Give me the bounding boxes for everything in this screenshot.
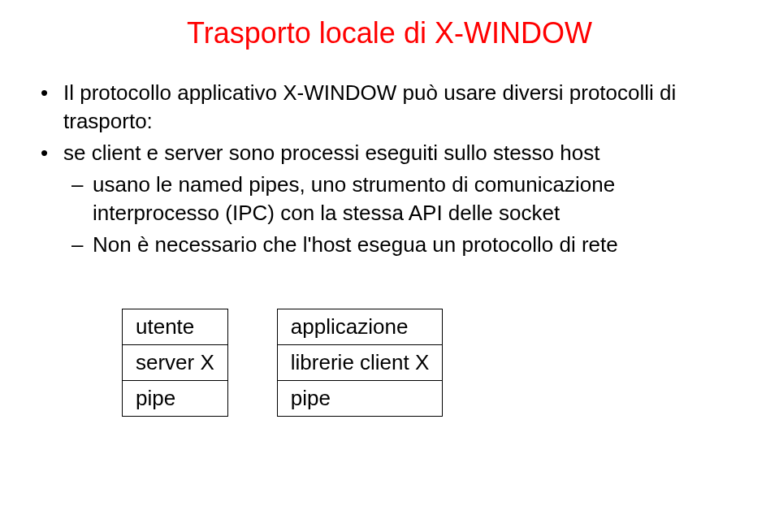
table-row: pipe	[277, 380, 443, 416]
table-cell: applicazione	[277, 309, 443, 344]
table-row: pipe	[123, 380, 228, 416]
table-row: utente	[123, 309, 228, 344]
table-cell: server X	[123, 344, 228, 380]
left-table: utente server X pipe	[122, 309, 228, 417]
table-cell: librerie client X	[277, 344, 443, 380]
bullet-marker: •	[41, 139, 63, 167]
content-area: • Il protocollo applicativo X-WINDOW può…	[41, 79, 738, 260]
bullet-item: • se client e server sono processi esegu…	[41, 139, 738, 167]
sub-bullet-marker: –	[71, 231, 93, 259]
sub-bullet-text: Non è necessario che l'host esegua un pr…	[93, 231, 738, 259]
bullet-marker: •	[41, 79, 63, 136]
sub-bullet-text: usano le named pipes, uno strumento di c…	[93, 171, 738, 227]
table-row: server X	[123, 344, 228, 380]
bullet-text: se client e server sono processi eseguit…	[63, 139, 738, 167]
bullet-item: • Il protocollo applicativo X-WINDOW può…	[41, 79, 738, 136]
bullet-text: Il protocollo applicativo X-WINDOW può u…	[63, 79, 738, 136]
right-table: applicazione librerie client X pipe	[277, 309, 444, 417]
table-cell: pipe	[123, 380, 228, 416]
table-row: applicazione	[277, 309, 443, 344]
sub-bullet-marker: –	[71, 171, 93, 227]
table-cell: pipe	[277, 380, 443, 416]
sub-bullet-item: – usano le named pipes, uno strumento di…	[71, 171, 738, 227]
tables-container: utente server X pipe applicazione librer…	[122, 309, 738, 417]
slide-title: Trasporto locale di X-WINDOW	[41, 16, 738, 50]
sub-bullet-item: – Non è necessario che l'host esegua un …	[71, 231, 738, 259]
table-row: librerie client X	[277, 344, 443, 380]
table-cell: utente	[123, 309, 228, 344]
